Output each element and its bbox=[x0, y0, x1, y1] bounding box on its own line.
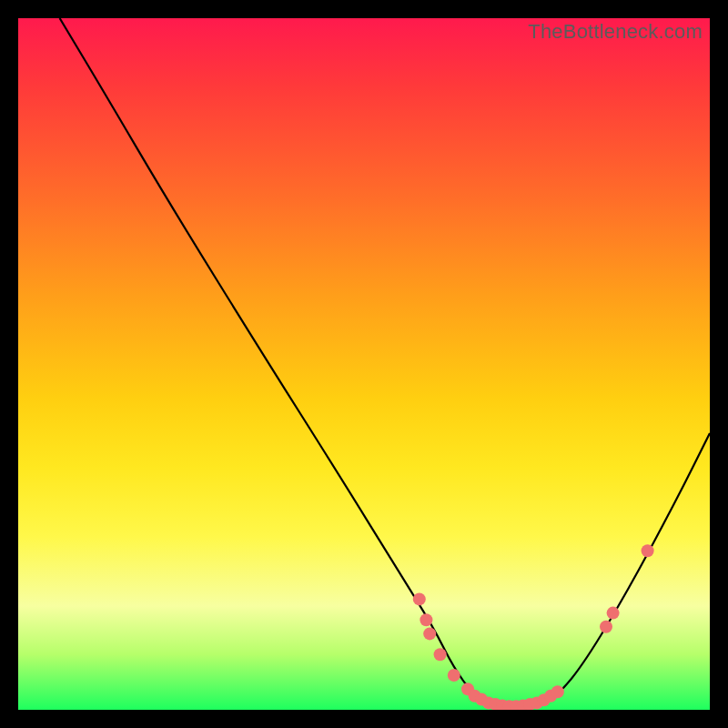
marker-dot bbox=[448, 669, 460, 682]
chart-svg bbox=[18, 18, 710, 710]
marker-dot bbox=[551, 685, 564, 698]
marker-dot bbox=[517, 699, 530, 710]
marker-dot bbox=[523, 698, 536, 710]
marker-dot bbox=[496, 699, 509, 710]
marker-dot bbox=[503, 700, 516, 710]
marker-dot bbox=[607, 607, 620, 620]
marker-dot bbox=[469, 690, 481, 703]
marker-dot bbox=[413, 592, 426, 605]
marker-dot bbox=[538, 693, 551, 706]
marker-dot bbox=[600, 621, 612, 633]
watermark-text: TheBottleneck.com bbox=[528, 20, 703, 44]
marker-dot bbox=[642, 544, 654, 557]
marker-dot bbox=[510, 700, 522, 710]
marker-dot bbox=[423, 627, 436, 640]
chart-frame: TheBottleneck.com bbox=[0, 0, 728, 728]
bottleneck-curve bbox=[60, 18, 710, 710]
marker-dot bbox=[420, 613, 432, 626]
marker-dot bbox=[544, 690, 557, 703]
marker-dot bbox=[434, 648, 447, 661]
marker-dot bbox=[489, 698, 501, 710]
markers bbox=[413, 544, 654, 710]
marker-dot bbox=[531, 696, 543, 709]
plot-area: TheBottleneck.com bbox=[18, 18, 710, 710]
marker-dot bbox=[482, 696, 495, 709]
marker-dot bbox=[461, 682, 474, 695]
marker-dot bbox=[475, 693, 488, 706]
